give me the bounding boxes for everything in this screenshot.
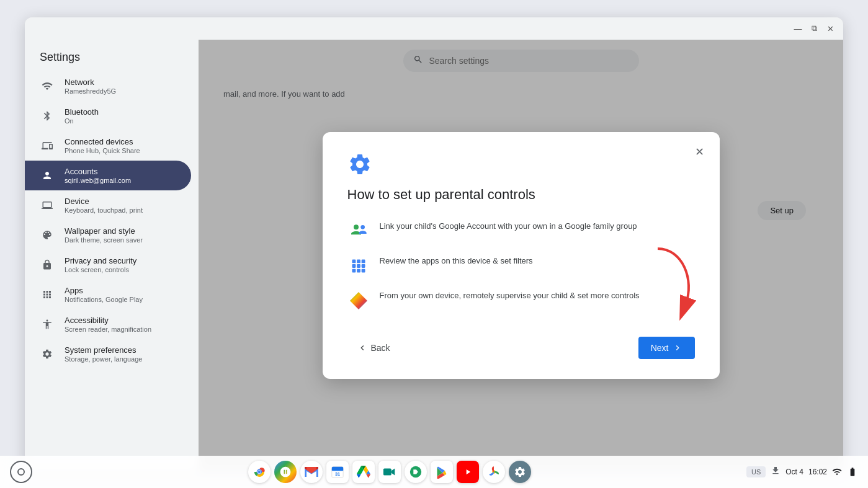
accounts-subtitle: sqiril.web@gmail.com [65, 177, 131, 184]
svg-rect-5 [352, 264, 356, 268]
step-3-text: From your own device, remotely supervise… [380, 290, 640, 302]
taskbar: 31 [0, 456, 868, 488]
sidebar-title: Settings [25, 40, 199, 71]
step-1-text: Link your child's Google Account with yo… [380, 220, 637, 233]
modal-step-2: Review the apps on this device & set fil… [347, 255, 695, 277]
device-title: Device [65, 197, 143, 206]
main-window: — ⧉ ✕ Settings Network Rameshreddy5G [25, 17, 843, 471]
taskbar-right: US Oct 4 16:02 [746, 466, 858, 478]
sidebar-item-device[interactable]: Device Keyboard, touchpad, print [25, 190, 191, 220]
wifi-icon [40, 79, 55, 94]
privacy-title: Privacy and security [65, 256, 136, 265]
svg-marker-12 [350, 292, 367, 309]
parental-controls-modal: ✕ How to set up parental controls [323, 132, 720, 379]
svg-rect-4 [361, 259, 365, 263]
accessibility-icon [40, 317, 55, 332]
close-button[interactable]: ✕ [825, 23, 836, 34]
modal-steps: Link your child's Google Account with yo… [347, 220, 695, 312]
accessibility-title: Accessibility [65, 316, 151, 325]
modal-step-3: From your own device, remotely supervise… [347, 290, 695, 312]
sidebar-item-accounts[interactable]: Accounts sqiril.web@gmail.com [25, 161, 191, 190]
sidebar-item-privacy[interactable]: Privacy and security Lock screen, contro… [25, 250, 191, 280]
connected-devices-title: Connected devices [65, 137, 140, 146]
connected-devices-subtitle: Phone Hub, Quick Share [65, 147, 140, 154]
content-area: Settings Network Rameshreddy5G Bluetooth [25, 40, 843, 471]
device-subtitle: Keyboard, touchpad, print [65, 206, 143, 214]
sidebar-item-apps[interactable]: Apps Notifications, Google Play [25, 280, 191, 309]
laptop-icon [40, 198, 55, 213]
modal-gear-icon [347, 152, 372, 177]
title-bar: — ⧉ ✕ [25, 17, 843, 40]
taskbar-assistant[interactable] [274, 461, 297, 483]
download-icon[interactable] [771, 466, 781, 478]
modal-footer: Back Next [347, 337, 695, 359]
svg-text:31: 31 [334, 471, 339, 477]
wallpaper-title: Wallpaper and style [65, 226, 143, 236]
bluetooth-icon [40, 109, 55, 123]
modal-overlay: ✕ How to set up parental controls [199, 40, 843, 471]
apps-grid-icon [347, 255, 370, 277]
battery-icon [847, 467, 858, 477]
wallpaper-subtitle: Dark theme, screen saver [65, 236, 143, 244]
bluetooth-subtitle: On [65, 117, 99, 125]
system-settings-icon [40, 347, 55, 362]
home-button[interactable] [10, 461, 32, 483]
svg-rect-9 [357, 268, 360, 272]
modal-title: How to set up parental controls [347, 187, 695, 203]
taskbar-chrome[interactable] [248, 461, 271, 483]
svg-rect-10 [361, 268, 365, 272]
wifi-status-icon [832, 467, 842, 477]
taskbar-drive[interactable] [352, 461, 375, 483]
person-icon [40, 168, 55, 183]
taskbar-play[interactable] [431, 461, 453, 483]
home-button-inner [17, 468, 25, 476]
taskbar-settings[interactable] [509, 461, 531, 483]
next-button[interactable]: Next [638, 337, 695, 359]
sidebar-item-connected-devices[interactable]: Connected devices Phone Hub, Quick Share [25, 131, 191, 161]
taskbar-date: Oct 4 [785, 468, 803, 476]
svg-rect-21 [331, 469, 342, 471]
accounts-title: Accounts [65, 167, 131, 176]
svg-rect-3 [357, 259, 360, 263]
sidebar-item-wallpaper[interactable]: Wallpaper and style Dark theme, screen s… [25, 220, 191, 250]
lock-icon [40, 257, 55, 272]
accessibility-subtitle: Screen reader, magnification [65, 326, 151, 333]
sidebar-item-network[interactable]: Network Rameshreddy5G [25, 71, 191, 101]
step-2-text: Review the apps on this device & set fil… [380, 255, 533, 267]
taskbar-duo[interactable] [405, 461, 427, 483]
family-link-icon [347, 290, 370, 312]
taskbar-calendar[interactable]: 31 [326, 461, 349, 483]
apps-icon [40, 287, 55, 302]
svg-point-1 [360, 225, 365, 229]
settings-main: mail, and more. If you want to add Set u… [199, 40, 843, 471]
svg-rect-23 [383, 469, 391, 476]
network-subtitle: Rameshreddy5G [65, 87, 116, 95]
sidebar-item-accessibility[interactable]: Accessibility Screen reader, magnificati… [25, 309, 191, 339]
sidebar-item-bluetooth[interactable]: Bluetooth On [25, 101, 191, 131]
bluetooth-title: Bluetooth [65, 107, 99, 117]
privacy-subtitle: Lock screen, controls [65, 266, 136, 273]
maximize-button[interactable]: ⧉ [808, 23, 820, 34]
taskbar-photos[interactable] [483, 461, 505, 483]
modal-step-1: Link your child's Google Account with yo… [347, 220, 695, 242]
svg-rect-2 [352, 259, 356, 263]
sidebar: Settings Network Rameshreddy5G Bluetooth [25, 40, 199, 471]
taskbar-gmail[interactable] [300, 461, 323, 483]
family-group-icon [347, 220, 370, 242]
keyboard-indicator[interactable]: US [746, 466, 766, 477]
svg-rect-7 [361, 264, 365, 268]
taskbar-youtube[interactable] [457, 461, 479, 483]
minimize-button[interactable]: — [792, 23, 803, 34]
sidebar-item-system[interactable]: System preferences Storage, power, langu… [25, 339, 191, 369]
network-title: Network [65, 78, 116, 87]
palette-icon [40, 228, 55, 242]
svg-point-17 [257, 471, 260, 473]
svg-rect-8 [352, 268, 356, 272]
modal-close-button[interactable]: ✕ [690, 142, 710, 162]
apps-subtitle: Notifications, Google Play [65, 296, 143, 303]
devices-icon [40, 138, 55, 153]
svg-point-0 [354, 224, 359, 229]
taskbar-meet[interactable] [378, 461, 401, 483]
back-button[interactable]: Back [347, 338, 400, 358]
system-subtitle: Storage, power, language [65, 355, 142, 363]
